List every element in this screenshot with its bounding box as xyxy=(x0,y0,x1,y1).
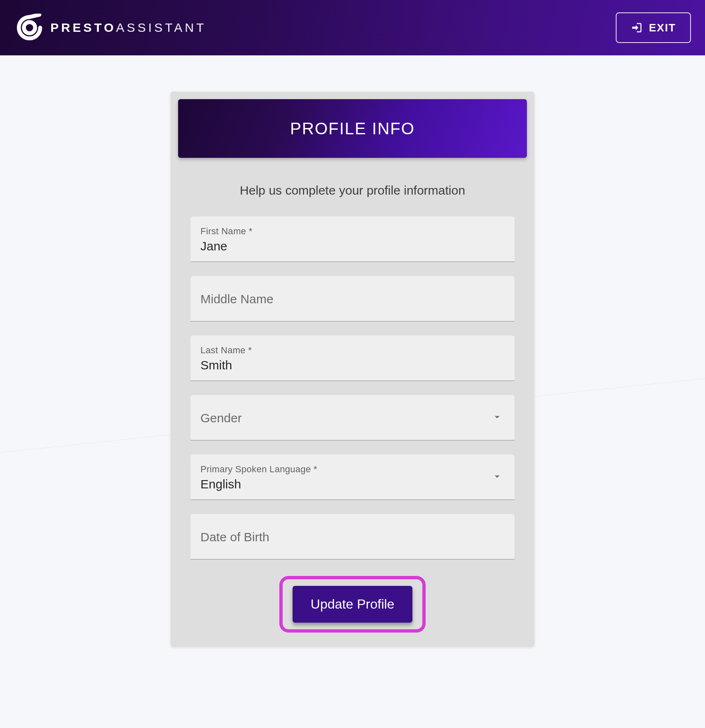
exit-label: EXIT xyxy=(649,21,676,34)
last-name-field[interactable]: Last Name * xyxy=(191,335,514,381)
language-field[interactable]: Primary Spoken Language * English xyxy=(191,454,514,500)
card-title: PROFILE INFO xyxy=(178,99,527,158)
presto-logo-icon xyxy=(14,14,42,42)
page-body: PROFILE INFO Help us complete your profi… xyxy=(0,55,705,696)
update-profile-button[interactable]: Update Profile xyxy=(293,586,413,623)
svg-point-0 xyxy=(24,22,35,33)
middle-name-field[interactable] xyxy=(191,276,514,321)
exit-button[interactable]: EXIT xyxy=(616,12,691,43)
language-label: Primary Spoken Language * xyxy=(200,464,505,475)
form-fields: First Name * Last Name * Gender Primary … xyxy=(178,216,527,559)
last-name-label: Last Name * xyxy=(200,345,505,356)
language-value: English xyxy=(200,477,505,491)
brand-name-light: ASSISTANT xyxy=(116,21,206,35)
last-name-input[interactable] xyxy=(200,358,505,372)
first-name-input[interactable] xyxy=(200,239,505,253)
middle-name-input[interactable] xyxy=(200,292,505,306)
dropdown-icon xyxy=(491,471,503,484)
dob-input[interactable] xyxy=(200,530,505,544)
highlight-ring: Update Profile xyxy=(279,576,426,633)
dropdown-icon xyxy=(491,411,503,424)
form-actions: Update Profile xyxy=(178,576,527,633)
app-header: PRESTO ASSISTANT EXIT xyxy=(0,0,705,55)
first-name-label: First Name * xyxy=(200,226,505,237)
brand: PRESTO ASSISTANT xyxy=(14,14,206,42)
gender-placeholder: Gender xyxy=(200,411,505,425)
brand-text: PRESTO ASSISTANT xyxy=(50,21,206,35)
brand-name-strong: PRESTO xyxy=(50,21,116,35)
exit-icon xyxy=(631,21,643,34)
first-name-field[interactable]: First Name * xyxy=(191,216,514,262)
profile-card: PROFILE INFO Help us complete your profi… xyxy=(171,92,534,647)
gender-field[interactable]: Gender xyxy=(191,395,514,440)
dob-field[interactable] xyxy=(191,514,514,559)
card-subtitle: Help us complete your profile informatio… xyxy=(178,183,527,197)
